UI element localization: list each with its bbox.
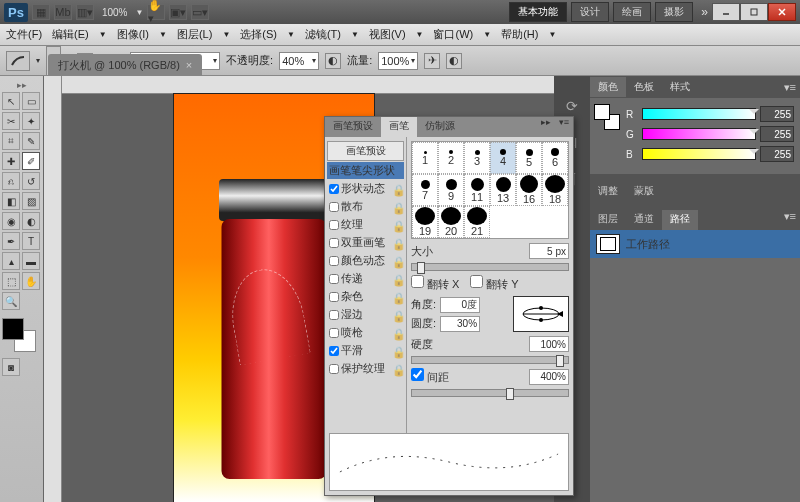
quickmask-tool[interactable]: ◙ bbox=[2, 358, 20, 376]
brush-tip-21[interactable]: 21 bbox=[464, 206, 490, 238]
bridge-icon[interactable]: ▦ bbox=[32, 4, 50, 20]
brush-tip-2[interactable]: 2 bbox=[438, 142, 464, 174]
brush-item-transfer[interactable]: 传递🔒 bbox=[327, 270, 404, 287]
tab-swatches[interactable]: 色板 bbox=[626, 77, 662, 97]
brush-panel-menu-icon[interactable]: ▾≡ bbox=[555, 117, 573, 137]
brush-tip-13[interactable]: 13 bbox=[490, 174, 516, 206]
brush-tip-4[interactable]: 4 bbox=[490, 142, 516, 174]
view-extras-icon[interactable]: ▥▾ bbox=[76, 4, 94, 20]
brush-tip-6[interactable]: 6 bbox=[542, 142, 568, 174]
eraser-tool[interactable]: ◧ bbox=[2, 192, 20, 210]
menu-image[interactable]: 图像(I) bbox=[117, 27, 149, 42]
workspace-essentials[interactable]: 基本功能 bbox=[509, 2, 567, 22]
brush-item-tip-shape[interactable]: 画笔笔尖形状 bbox=[327, 162, 404, 179]
flipx-checkbox[interactable]: 翻转 X bbox=[411, 275, 459, 292]
screen-mode-icon[interactable]: ▭▾ bbox=[191, 4, 209, 20]
color-fg-bg-swatch[interactable] bbox=[594, 104, 620, 130]
workspace-more[interactable]: » bbox=[701, 5, 708, 19]
workspace-photo[interactable]: 摄影 bbox=[655, 2, 693, 22]
brush-tip-19[interactable]: 19 bbox=[412, 206, 438, 238]
flow-input[interactable]: 100% bbox=[378, 52, 418, 70]
tab-paths[interactable]: 路径 bbox=[662, 210, 698, 230]
tab-styles[interactable]: 样式 bbox=[662, 77, 698, 97]
brush-item-shape-dynamics[interactable]: 形状动态🔒 bbox=[327, 180, 404, 197]
opacity-pressure-icon[interactable]: ◐ bbox=[325, 53, 341, 69]
brush-tip-grid[interactable]: 1234567911131618192021 bbox=[411, 141, 569, 239]
tab-adjustments[interactable]: 调整 bbox=[590, 182, 626, 202]
marquee-tool[interactable]: ▭ bbox=[22, 92, 40, 110]
workspace-painting[interactable]: 绘画 bbox=[613, 2, 651, 22]
lasso-tool[interactable]: ✂ bbox=[2, 112, 20, 130]
color-swatch[interactable] bbox=[2, 318, 36, 352]
tab-masks[interactable]: 蒙版 bbox=[626, 182, 662, 202]
tab-brush[interactable]: 画笔 bbox=[381, 117, 417, 137]
blur-tool[interactable]: ◉ bbox=[2, 212, 20, 230]
shape-tool[interactable]: ▬ bbox=[22, 252, 40, 270]
spacing-checkbox[interactable]: 间距 bbox=[411, 368, 449, 385]
brush-item-smoothing[interactable]: 平滑🔒 bbox=[327, 342, 404, 359]
maximize-button[interactable] bbox=[740, 3, 768, 21]
brush-item-airbrush[interactable]: 喷枪🔒 bbox=[327, 324, 404, 341]
size-slider[interactable] bbox=[411, 263, 569, 271]
tab-color[interactable]: 颜色 bbox=[590, 77, 626, 97]
flipy-checkbox[interactable]: 翻转 Y bbox=[470, 275, 518, 292]
dodge-tool[interactable]: ◐ bbox=[22, 212, 40, 230]
r-input[interactable] bbox=[760, 106, 794, 122]
brush-item-protect-texture[interactable]: 保护纹理🔒 bbox=[327, 360, 404, 377]
tab-brush-presets[interactable]: 画笔预设 bbox=[325, 117, 381, 137]
brush-tip-11[interactable]: 11 bbox=[464, 174, 490, 206]
brush-tip-9[interactable]: 9 bbox=[438, 174, 464, 206]
tool-preset-picker[interactable] bbox=[6, 51, 30, 71]
hand-tool[interactable]: ✋ bbox=[22, 272, 40, 290]
document-tab[interactable]: 打火机 @ 100% (RGB/8) × bbox=[48, 54, 202, 76]
brush-tip-3[interactable]: 3 bbox=[464, 142, 490, 174]
close-button[interactable] bbox=[768, 3, 796, 21]
wand-tool[interactable]: ✦ bbox=[22, 112, 40, 130]
brush-preset-button[interactable]: 画笔预设 bbox=[327, 141, 404, 161]
gradient-tool[interactable]: ▨ bbox=[22, 192, 40, 210]
brush-panel-collapse-icon[interactable]: ▸▸ bbox=[537, 117, 555, 137]
brush-tip-1[interactable]: 1 bbox=[412, 142, 438, 174]
panel-menu-icon[interactable]: ▾≡ bbox=[780, 81, 800, 94]
minimize-button[interactable] bbox=[712, 3, 740, 21]
menu-help[interactable]: 帮助(H) bbox=[501, 27, 538, 42]
path-select-tool[interactable]: ▴ bbox=[2, 252, 20, 270]
arrange-icon[interactable]: ▣▾ bbox=[169, 4, 187, 20]
brush-tip-7[interactable]: 7 bbox=[412, 174, 438, 206]
brush-tip-16[interactable]: 16 bbox=[516, 174, 542, 206]
eyedropper-tool[interactable]: ✎ bbox=[22, 132, 40, 150]
move-tool[interactable]: ↖ bbox=[2, 92, 20, 110]
3d-tool[interactable]: ⬚ bbox=[2, 272, 20, 290]
brush-tip-18[interactable]: 18 bbox=[542, 174, 568, 206]
g-input[interactable] bbox=[760, 126, 794, 142]
tab-channels[interactable]: 通道 bbox=[626, 210, 662, 230]
g-slider[interactable] bbox=[642, 128, 756, 140]
roundness-input[interactable] bbox=[440, 316, 480, 332]
menu-edit[interactable]: 编辑(E) bbox=[52, 27, 89, 42]
brush-tool[interactable]: ✐ bbox=[22, 152, 40, 170]
history-brush-tool[interactable]: ↺ bbox=[22, 172, 40, 190]
hand-tool-icon[interactable]: ✋▾ bbox=[147, 4, 165, 20]
tablet-pressure-icon[interactable]: ◐ bbox=[446, 53, 462, 69]
workspace-design[interactable]: 设计 bbox=[571, 2, 609, 22]
menu-select[interactable]: 选择(S) bbox=[240, 27, 277, 42]
menu-layer[interactable]: 图层(L) bbox=[177, 27, 212, 42]
spacing-slider[interactable] bbox=[411, 389, 569, 397]
angle-roundness-widget[interactable] bbox=[513, 296, 569, 332]
crop-tool[interactable]: ⌗ bbox=[2, 132, 20, 150]
menu-window[interactable]: 窗口(W) bbox=[433, 27, 473, 42]
hardness-slider[interactable] bbox=[411, 356, 569, 364]
tab-layers[interactable]: 图层 bbox=[590, 210, 626, 230]
menu-filter[interactable]: 滤镜(T) bbox=[305, 27, 341, 42]
opacity-input[interactable]: 40% bbox=[279, 52, 319, 70]
brush-tip-20[interactable]: 20 bbox=[438, 206, 464, 238]
mini-bridge-icon[interactable]: Mb bbox=[54, 4, 72, 20]
zoom-level[interactable]: 100% bbox=[102, 7, 128, 18]
document-close-icon[interactable]: × bbox=[186, 59, 192, 71]
menu-file[interactable]: 文件(F) bbox=[6, 27, 42, 42]
history-panel-icon[interactable]: ⟳ bbox=[562, 96, 582, 116]
b-slider[interactable] bbox=[642, 148, 756, 160]
brush-item-noise[interactable]: 杂色🔒 bbox=[327, 288, 404, 305]
hardness-input[interactable] bbox=[529, 336, 569, 352]
menu-view[interactable]: 视图(V) bbox=[369, 27, 406, 42]
